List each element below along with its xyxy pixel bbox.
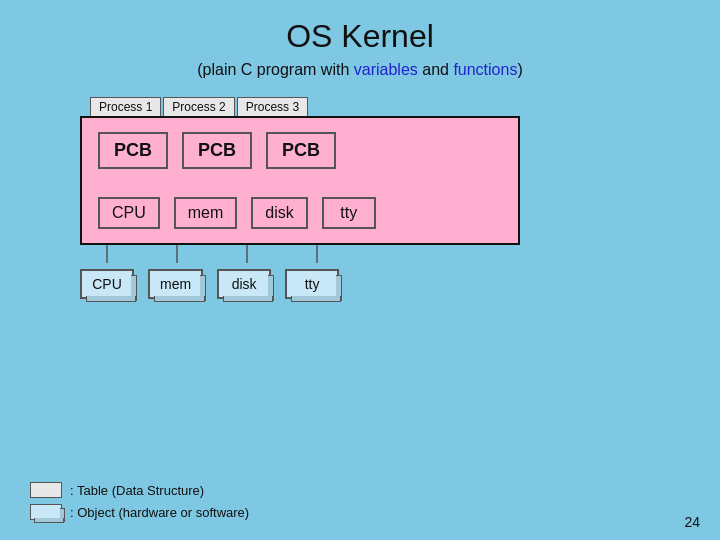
process-tab-1: Process 1: [90, 97, 161, 116]
kernel-box: PCB PCB PCB CPU mem disk tty: [80, 116, 520, 245]
subtitle-prefix: (plain C program with: [197, 61, 354, 78]
pcb-1: PCB: [98, 132, 168, 169]
legend-label-1: : Table (Data Structure): [70, 483, 204, 498]
driver-cpu: CPU: [98, 197, 160, 229]
process-tabs: Process 1 Process 2 Process 3: [90, 97, 640, 116]
diagram-area: Process 1 Process 2 Process 3 PCB PCB PC…: [80, 97, 640, 299]
hardware-row: CPU mem disk tty: [80, 269, 640, 299]
pcb-3: PCB: [266, 132, 336, 169]
pcb-row: PCB PCB PCB: [98, 132, 502, 169]
connector-lines: [80, 245, 520, 263]
legend-item-2: : Object (hardware or software): [30, 504, 249, 520]
subtitle: (plain C program with variables and func…: [0, 61, 720, 79]
pcb-2: PCB: [182, 132, 252, 169]
legend-item-1: : Table (Data Structure): [30, 482, 249, 498]
hw-mem: mem: [148, 269, 203, 299]
legend: : Table (Data Structure) : Object (hardw…: [30, 482, 249, 526]
legend-rect-icon: [30, 482, 62, 498]
page-number: 24: [684, 514, 700, 530]
driver-row: CPU mem disk tty: [98, 197, 502, 229]
variables-text: variables: [354, 61, 418, 78]
driver-disk: disk: [251, 197, 307, 229]
process-tab-2: Process 2: [163, 97, 234, 116]
functions-text: functions: [453, 61, 517, 78]
hw-cpu: CPU: [80, 269, 134, 299]
hw-tty: tty: [285, 269, 339, 299]
page-title: OS Kernel: [0, 0, 720, 55]
subtitle-middle: and: [418, 61, 454, 78]
process-tab-3: Process 3: [237, 97, 308, 116]
legend-3d-icon: [30, 504, 62, 520]
legend-label-2: : Object (hardware or software): [70, 505, 249, 520]
subtitle-suffix: ): [517, 61, 522, 78]
driver-mem: mem: [174, 197, 238, 229]
driver-tty: tty: [322, 197, 376, 229]
hw-disk: disk: [217, 269, 271, 299]
